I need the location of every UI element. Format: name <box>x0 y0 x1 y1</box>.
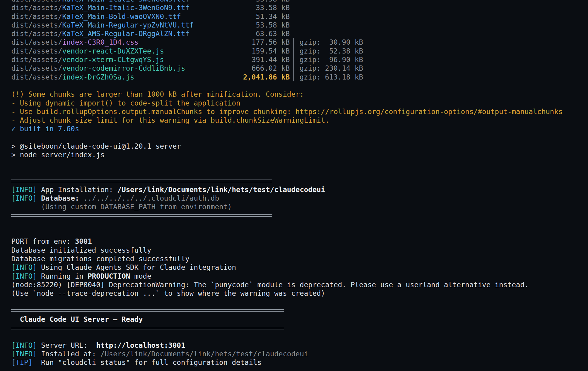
text-span <box>37 194 41 202</box>
terminal-line <box>11 168 588 176</box>
gzip-size: gzip: 96.90 kB <box>293 55 363 64</box>
text-span: > @siteboon/claude-code-ui@1.20.1 server <box>11 142 181 150</box>
terminal-line: Claude Code UI Server – Ready <box>11 315 588 324</box>
terminal-line: dist/assets/vendor-codemirror-CddliBnb.j… <box>11 64 588 72</box>
text-span: - Use build.rollupOptions.output.manualC… <box>11 107 296 116</box>
terminal-line: Database initialized successfully <box>11 246 588 254</box>
terminal-line: (!) Some chunks are larger than 1000 kB … <box>11 90 588 98</box>
terminal-line: PORT from env: 3001 <box>11 237 588 246</box>
terminal-line <box>11 306 588 315</box>
terminal-line <box>11 324 588 332</box>
text-span: Using Claude Agents SDK for Claude integ… <box>37 263 236 272</box>
terminal-line <box>11 81 588 90</box>
text-span: [INFO] <box>11 272 37 280</box>
file-size: 33.58 kB <box>256 0 290 3</box>
terminal-line: [TIP] Run "cloudcli status" for full con… <box>11 358 588 367</box>
file-name: index-C3R0_1D4.css <box>62 38 138 46</box>
text-span: - Adjust chunk size limit for this warni… <box>11 116 330 124</box>
terminal-line <box>11 220 588 228</box>
build-output-row: dist/assets/index-DrGZh0Sa.js2,041.86 kB <box>11 73 290 81</box>
file-name: KaTeX_Main-Bold-waoOVXN0.ttf <box>62 13 181 20</box>
terminal-line: Database migrations completed successful… <box>11 254 588 263</box>
gzip-size: gzip: 30.90 kB <box>293 38 363 46</box>
double-rule <box>11 309 284 312</box>
file-name: KaTeX_Main-Italic-3WenGoN9.ttf <box>62 0 189 3</box>
terminal-line: dist/assets/KaTeX_Main-Italic-3WenGoN9.t… <box>11 0 588 3</box>
terminal-line <box>11 228 588 237</box>
file-size: 33.58 kB <box>256 3 290 12</box>
terminal[interactable]: dist/assets/KaTeX_Main-Italic-3WenGoN9.t… <box>0 0 588 371</box>
gzip-size: gzip: 52.38 kB <box>293 47 363 55</box>
file-name: index-DrGZh0Sa.js <box>62 73 134 81</box>
url-text[interactable]: https://rollupjs.org/configuration-optio… <box>296 107 563 116</box>
terminal-line: > @siteboon/claude-code-ui@1.20.1 server <box>11 142 588 150</box>
build-output-row: dist/assets/vendor-react-DuXZXTee.js159.… <box>11 47 290 55</box>
text-span: /Users/link/Documents/link/hets/test/cla… <box>117 185 325 194</box>
text-span: Run "cloudcli status" for full configura… <box>32 358 262 367</box>
text-span: [INFO] <box>11 350 37 358</box>
double-rule <box>11 214 272 217</box>
terminal-line: > node server/index.js <box>11 150 588 159</box>
file-size: 159.54 kB <box>251 47 290 55</box>
terminal-line: dist/assets/index-DrGZh0Sa.js2,041.86 kB… <box>11 73 588 81</box>
file-name: vendor-codemirror-CddliBnb.js <box>62 64 185 72</box>
text-span: 3001 <box>75 237 92 246</box>
file-size: 177.56 kB <box>251 38 290 46</box>
text-span: ✓ built in 7.60s <box>11 124 79 133</box>
build-output-row: dist/assets/vendor-codemirror-CddliBnb.j… <box>11 64 290 72</box>
file-size: 63.63 kB <box>256 29 290 38</box>
text-span: Server URL: <box>37 341 96 350</box>
terminal-line: [INFO] Installed at: /Users/link/Documen… <box>11 350 588 358</box>
double-rule <box>11 327 284 329</box>
terminal-line: dist/assets/vendor-react-DuXZXTee.js159.… <box>11 47 588 55</box>
file-name: KaTeX_Main-Regular-ypZvNtVU.ttf <box>62 21 194 29</box>
text-span: [TIP] <box>11 358 32 367</box>
terminal-line <box>11 159 588 168</box>
terminal-line: dist/assets/KaTeX_AMS-Regular-DRggAlZN.t… <box>11 29 588 38</box>
terminal-line: - Use build.rollupOptions.output.manualC… <box>11 107 588 116</box>
text-span: Database migrations completed successful… <box>11 254 190 263</box>
text-span: [INFO] <box>11 263 37 272</box>
build-output-row: dist/assets/KaTeX_AMS-Regular-DRggAlZN.t… <box>11 29 290 38</box>
file-size: 391.44 kB <box>251 55 290 64</box>
text-span: ../../../../../.cloudcli/auth.db <box>83 194 219 202</box>
file-path-prefix: dist/assets/ <box>11 30 62 38</box>
terminal-line: dist/assets/index-C3R0_1D4.css177.56 kBg… <box>11 38 588 46</box>
terminal-line: ✓ built in 7.60s <box>11 124 588 133</box>
terminal-line: (Use `node --trace-deprecation ...` to s… <box>11 289 588 298</box>
terminal-line: - Adjust chunk size limit for this warni… <box>11 116 588 124</box>
file-size: 53.58 kB <box>256 21 290 29</box>
file-name: KaTeX_Main-Italic-3WenGoN9.ttf <box>62 4 189 12</box>
text-span <box>79 194 84 202</box>
build-output-row: dist/assets/KaTeX_Main-Italic-3WenGoN9.t… <box>11 3 290 12</box>
terminal-line: dist/assets/KaTeX_Main-Regular-ypZvNtVU.… <box>11 21 588 29</box>
gzip-size: gzip: 230.14 kB <box>293 64 363 72</box>
terminal-line <box>11 133 588 142</box>
file-path-prefix: dist/assets/ <box>11 38 62 46</box>
text-span: PORT from env: <box>11 237 75 246</box>
text-span: Running in <box>37 272 88 280</box>
terminal-line: [INFO] Using Claude Agents SDK for Claud… <box>11 263 588 272</box>
build-output-row: dist/assets/KaTeX_Main-Bold-waoOVXN0.ttf… <box>11 12 290 21</box>
file-size: 666.02 kB <box>251 64 290 72</box>
text-span: > node server/index.js <box>11 150 105 159</box>
terminal-line <box>11 211 588 220</box>
text-span: (Use `node --trace-deprecation ...` to s… <box>11 289 325 298</box>
text-span: (!) Some chunks are larger than 1000 kB … <box>11 90 304 98</box>
terminal-line <box>11 332 588 341</box>
text-span: /Users/link/Documents/link/hets/test/cla… <box>100 350 308 358</box>
file-path-prefix: dist/assets/ <box>11 47 62 55</box>
file-path-prefix: dist/assets/ <box>11 4 62 12</box>
text-span: PRODUCTION <box>88 272 130 280</box>
terminal-line: [INFO] Database: ../../../../../.cloudcl… <box>11 194 588 202</box>
file-path-prefix: dist/assets/ <box>11 73 62 81</box>
file-size: 51.34 kB <box>256 12 290 21</box>
text-span: Database initialized successfully <box>11 246 151 254</box>
build-output-row: dist/assets/index-C3R0_1D4.css177.56 kB <box>11 38 290 46</box>
url-text[interactable]: http://localhost:3001 <box>96 341 185 350</box>
terminal-line: [INFO] Running in PRODUCTION mode <box>11 272 588 280</box>
file-name: vendor-xterm-CLtgwqYS.js <box>62 56 164 64</box>
gzip-size: gzip: 613.18 kB <box>293 73 363 81</box>
text-span <box>11 315 20 324</box>
terminal-line <box>11 298 588 306</box>
